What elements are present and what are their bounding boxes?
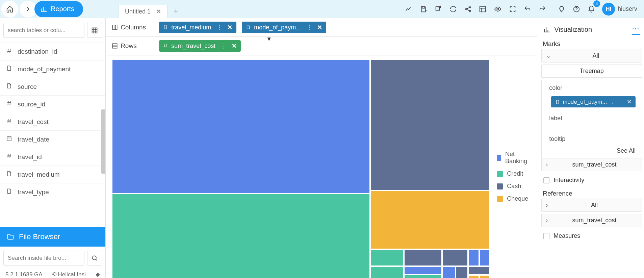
notification-count-badge: 4 bbox=[593, 0, 600, 7]
treemap-cell[interactable] bbox=[370, 266, 404, 278]
svg-rect-9 bbox=[112, 25, 117, 30]
redo-icon[interactable] bbox=[535, 2, 550, 17]
marks-all-row[interactable]: ⌄ All bbox=[541, 49, 642, 62]
visualization-title: Visualization bbox=[554, 26, 592, 33]
treemap-chart[interactable] bbox=[112, 59, 490, 278]
legend-item[interactable]: Credit bbox=[497, 170, 529, 177]
chevron-down-icon: ⌄ bbox=[546, 52, 551, 59]
svg-point-8 bbox=[92, 256, 96, 260]
treemap-cell[interactable] bbox=[456, 266, 468, 278]
search-columns-input[interactable] bbox=[3, 23, 84, 38]
chevron-right-icon: › bbox=[546, 161, 548, 168]
share-icon[interactable] bbox=[461, 2, 475, 17]
file-browser-search-input[interactable] bbox=[3, 251, 84, 266]
file-browser-button[interactable]: File Browser bbox=[0, 227, 105, 247]
svg-point-2 bbox=[469, 10, 471, 11]
legend-item[interactable]: Net Banking bbox=[497, 151, 529, 165]
treemap-cell[interactable] bbox=[112, 194, 370, 278]
breadcrumb-next-icon[interactable] bbox=[20, 1, 36, 18]
column-item[interactable]: travel_type bbox=[0, 183, 105, 201]
shelf-pill[interactable]: sum_travel_cost⋮✕ bbox=[159, 40, 241, 52]
undo-icon[interactable] bbox=[520, 2, 535, 17]
treemap-cell[interactable] bbox=[370, 59, 490, 191]
treemap-cell[interactable] bbox=[468, 275, 479, 278]
pill-type-icon bbox=[163, 24, 168, 31]
see-all-link[interactable]: See All bbox=[542, 146, 642, 158]
treemap-cell[interactable] bbox=[442, 266, 456, 278]
interactivity-checkbox[interactable]: Interactivity bbox=[541, 173, 642, 187]
legend-swatch bbox=[497, 196, 503, 202]
shelf-pill[interactable]: travel_medium⋮✕ bbox=[159, 22, 236, 33]
file-browser-search-button[interactable] bbox=[87, 251, 102, 266]
username-label: hiuserv bbox=[618, 5, 637, 12]
refresh-icon[interactable] bbox=[446, 2, 461, 17]
treemap-cell[interactable] bbox=[479, 249, 490, 266]
reference-all-row[interactable]: ›All bbox=[541, 199, 642, 212]
label-shelf-label: label bbox=[542, 111, 642, 125]
hash-icon bbox=[6, 153, 13, 161]
columns-shelf-label: Columns bbox=[112, 24, 152, 31]
worksheet-tab[interactable]: Untitled 1 ✕ bbox=[119, 5, 168, 18]
column-item[interactable]: destination_id bbox=[0, 43, 105, 60]
sidebar-scrollbar[interactable] bbox=[101, 109, 105, 174]
reference-section-label: Reference bbox=[541, 187, 642, 199]
color-pill[interactable]: mode_of_paym... ⋮ ✕ bbox=[551, 96, 636, 107]
avatar[interactable]: HI bbox=[602, 3, 615, 16]
visualization-menu-icon[interactable]: ⋯ bbox=[632, 24, 640, 35]
hash-icon bbox=[6, 48, 13, 55]
svg-point-1 bbox=[469, 6, 471, 8]
treemap-cell[interactable] bbox=[442, 249, 468, 266]
shelf-pill[interactable]: mode_of_paym...⋮✕ bbox=[242, 22, 326, 33]
legend-item[interactable]: Cash bbox=[497, 183, 529, 190]
column-item[interactable]: travel_cost bbox=[0, 113, 105, 131]
treemap-cell[interactable] bbox=[479, 275, 490, 278]
column-item[interactable]: travel_id bbox=[0, 148, 105, 166]
treemap-cell[interactable] bbox=[404, 275, 442, 278]
column-item[interactable]: travel_medium bbox=[0, 166, 105, 183]
reference-measure-row[interactable]: ›sum_travel_cost bbox=[541, 214, 642, 227]
breadcrumb-reports[interactable]: Reports bbox=[34, 1, 83, 17]
save-icon[interactable]: ▾ bbox=[416, 2, 431, 17]
svg-point-4 bbox=[497, 8, 499, 10]
column-item[interactable]: mode_of_payment bbox=[0, 60, 105, 78]
svg-rect-6 bbox=[92, 28, 97, 33]
treemap-cell[interactable] bbox=[112, 59, 370, 194]
chart-type-icon[interactable] bbox=[401, 2, 416, 17]
treemap-cell[interactable] bbox=[404, 249, 442, 266]
legend-swatch bbox=[497, 155, 501, 161]
notifications-icon[interactable]: 4 bbox=[584, 2, 599, 17]
close-tab-icon[interactable]: ✕ bbox=[156, 8, 161, 15]
column-item[interactable]: travel_date bbox=[0, 131, 105, 148]
rows-shelf-label: Rows bbox=[112, 42, 152, 50]
remove-pill-icon[interactable]: ✕ bbox=[317, 24, 322, 31]
file-browser-label: File Browser bbox=[19, 232, 60, 241]
column-item[interactable]: source_id bbox=[0, 96, 105, 113]
help-icon[interactable] bbox=[569, 2, 584, 17]
layout-icon[interactable]: ▾ bbox=[475, 2, 490, 17]
table-toggle-button[interactable] bbox=[87, 23, 102, 38]
treemap-cell[interactable] bbox=[468, 249, 479, 266]
hint-icon[interactable] bbox=[554, 2, 569, 17]
preview-icon[interactable] bbox=[490, 2, 505, 17]
marks-measure-row[interactable]: › sum_travel_cost bbox=[541, 158, 642, 171]
sidebar-menu-caret-icon[interactable]: ◆ bbox=[96, 271, 100, 278]
chart-type-row[interactable]: Treemap bbox=[541, 65, 642, 78]
remove-pill-icon[interactable]: ✕ bbox=[232, 42, 237, 50]
remove-pill-icon[interactable]: ✕ bbox=[227, 24, 232, 31]
legend-item[interactable]: Cheque bbox=[497, 195, 529, 202]
home-button[interactable] bbox=[1, 1, 18, 18]
legend: Net BankingCreditCashCheque bbox=[497, 59, 529, 278]
treemap-cell[interactable] bbox=[370, 191, 490, 249]
measures-checkbox[interactable]: Measures bbox=[541, 229, 642, 243]
add-tab-button[interactable]: ＋ bbox=[168, 4, 184, 18]
fullscreen-icon[interactable] bbox=[505, 2, 520, 17]
svg-rect-3 bbox=[480, 6, 486, 12]
treemap-cell[interactable] bbox=[370, 249, 404, 266]
doc-icon bbox=[6, 171, 13, 178]
treemap-cell[interactable] bbox=[404, 266, 442, 275]
remove-color-pill-icon[interactable]: ✕ bbox=[627, 98, 632, 105]
column-item[interactable]: source bbox=[0, 78, 105, 96]
treemap-cell[interactable] bbox=[468, 266, 490, 275]
export-icon[interactable] bbox=[431, 2, 446, 17]
breadcrumb-reports-label: Reports bbox=[51, 5, 74, 13]
